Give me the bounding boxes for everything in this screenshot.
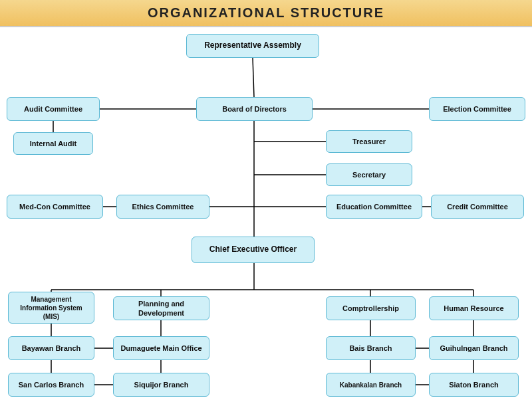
node-treasurer: Treasurer [326, 130, 412, 153]
node-election-committee: Election Committee [429, 97, 525, 121]
node-med-con: Med-Con Committee [7, 195, 103, 219]
node-planning: Planning and Development [113, 296, 209, 320]
org-chart: Representative Assembly Board of Directo… [0, 27, 532, 399]
node-mis: Management Information System (MIS) [8, 292, 94, 324]
svg-line-0 [253, 58, 254, 97]
node-audit-committee: Audit Committee [7, 97, 100, 121]
page-header: ORGANIZATIONAL STRUCTURE [0, 0, 532, 27]
node-board-of-directors: Board of Directors [196, 97, 313, 121]
node-ceo: Chief Executive Officer [192, 237, 315, 263]
node-secretary: Secretary [326, 163, 412, 186]
node-san-carlos: San Carlos Branch [8, 373, 94, 397]
node-siquijor: Siquijor Branch [113, 373, 209, 397]
node-dumaguete: Dumaguete Main Office [113, 336, 209, 360]
page-title: ORGANIZATIONAL STRUCTURE [0, 5, 532, 21]
node-internal-audit: Internal Audit [13, 132, 93, 155]
node-bais: Bais Branch [326, 336, 416, 360]
node-human-resource: Human Resource [429, 296, 519, 320]
node-ethics-committee: Ethics Committee [116, 195, 209, 219]
node-bayawan: Bayawan Branch [8, 336, 94, 360]
node-education-committee: Education Committee [326, 195, 422, 219]
node-kabankalan: Kabankalan Branch [326, 373, 416, 397]
node-representative-assembly: Representative Assembly [186, 34, 319, 58]
node-siaton: Siaton Branch [429, 373, 519, 397]
node-guihulngan: Guihulngan Branch [429, 336, 519, 360]
node-comptrollership: Comptrollership [326, 296, 416, 320]
node-credit-committee: Credit Committee [431, 195, 524, 219]
